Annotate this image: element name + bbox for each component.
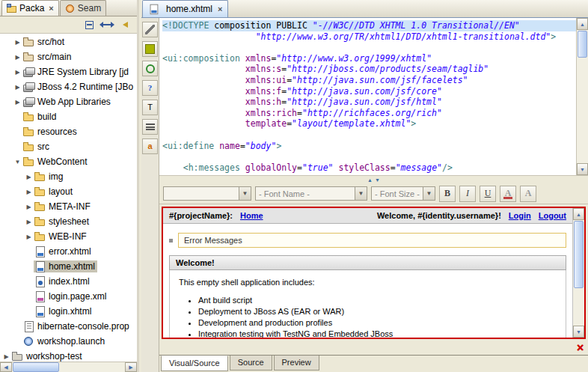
scroll-up-icon[interactable]: ▲ [577, 18, 588, 30]
tree-item-content[interactable]: META-INF [34, 201, 93, 213]
split-sash[interactable]: ▲ ▼ [159, 175, 588, 183]
expander-icon[interactable]: ▶ [24, 234, 34, 240]
scroll-down-icon[interactable]: ▼ [573, 326, 584, 338]
error-messages-box[interactable]: Error Messages [178, 233, 566, 248]
code-line[interactable]: template="layout/template.xhtml"> [162, 118, 576, 129]
code-line[interactable]: xmlns:s="http://jboss.com/products/seam/… [162, 64, 576, 75]
tree-item[interactable]: ▶src/hot [0, 34, 137, 49]
preferences-icon[interactable] [142, 22, 158, 37]
close-icon[interactable]: × [49, 4, 53, 13]
font-size-dropdown[interactable]: - Font Size - ▼ [371, 186, 435, 201]
code-line[interactable] [162, 151, 576, 162]
expander-icon[interactable]: ▶ [13, 54, 22, 61]
scroll-left-icon[interactable]: ◀ [0, 362, 12, 372]
font-name-dropdown[interactable]: - Font Name - ▼ [255, 186, 367, 201]
tree-item[interactable]: ▼WebContent [0, 154, 137, 169]
tree-item-content[interactable]: workshop-test [11, 350, 85, 362]
highlight-color-icon[interactable]: A [520, 186, 536, 202]
tree-item-content[interactable]: login.page.xml [34, 290, 108, 302]
scrollbar-thumb[interactable] [13, 362, 59, 372]
style-dropdown[interactable]: ▼ [163, 186, 251, 201]
code-line[interactable]: xmlns:ui="http://java.sun.com/jsf/facele… [162, 75, 576, 86]
expander-icon[interactable]: ▶ [13, 99, 22, 106]
view-tab-packa[interactable]: Packa× [1, 0, 59, 16]
tree-item-content[interactable]: build [22, 111, 58, 123]
tree-item[interactable]: ▶workshop-test [0, 349, 137, 362]
code-line[interactable]: <!DOCTYPE composition PUBLIC "-//W3C//DT… [162, 20, 576, 31]
tree-item[interactable]: hibernate-console.prop [0, 319, 137, 334]
tree-item[interactable]: index.html [0, 274, 137, 289]
page-tab-visual-source[interactable]: Visual/Source [161, 356, 228, 371]
bold-button[interactable]: B [439, 186, 456, 202]
minimize-view-icon[interactable] [117, 18, 132, 32]
tree-item-content[interactable]: src/hot [22, 36, 67, 48]
collapse-all-icon[interactable] [82, 18, 97, 32]
scroll-down-icon[interactable]: ▼ [577, 163, 588, 175]
tree-item[interactable]: error.xhtml [0, 244, 137, 259]
tree-item-content[interactable]: layout [34, 186, 75, 198]
chevron-down-icon[interactable]: ▼ [423, 187, 435, 200]
home-link[interactable]: Home [240, 211, 263, 220]
tree-item[interactable]: home.xhtml [0, 259, 137, 274]
expander-icon[interactable]: ▶ [13, 39, 22, 46]
tree-item-content[interactable]: src [22, 141, 52, 153]
tree-item[interactable]: src [0, 139, 137, 154]
expander-icon[interactable]: ▶ [1, 353, 11, 360]
chevron-down-icon[interactable]: ▼ [355, 187, 367, 200]
code-line[interactable]: "http://www.w3.org/TR/xhtml1/DTD/xhtml1-… [162, 31, 576, 43]
expander-icon[interactable]: ▶ [13, 84, 22, 91]
tree-item-content[interactable]: JRE System Library [jd [22, 66, 131, 78]
tree-item[interactable]: ▶JBoss 4.2 Runtime [JBo [0, 79, 137, 94]
tree-item[interactable]: ▶META-INF [0, 199, 137, 214]
expander-icon[interactable]: ▶ [24, 219, 34, 225]
code-line[interactable]: <h:messages globalOnly="true" styleClass… [162, 162, 576, 174]
tree-item-content[interactable]: WEB-INF [34, 231, 89, 243]
link-with-editor-icon[interactable] [99, 18, 114, 32]
editor-tab-home-xhtml[interactable]: home.xhtml × [142, 0, 228, 17]
tree-item[interactable]: ▶JRE System Library [jd [0, 64, 137, 79]
tree-item-content[interactable]: JBoss 4.2 Runtime [JBo [22, 81, 135, 93]
sash-up-icon[interactable]: ▲ [367, 177, 373, 183]
expander-icon[interactable]: ▼ [13, 159, 22, 165]
scrollbar-track[interactable] [573, 289, 584, 326]
code-area[interactable]: <!DOCTYPE composition PUBLIC "-//W3C//DT… [159, 18, 576, 175]
scrollbar-track[interactable] [60, 362, 125, 372]
tree-item-content[interactable]: hibernate-console.prop [22, 320, 132, 332]
tree-item-content[interactable]: stylesheet [34, 216, 91, 228]
tree-item-content[interactable]: login.xhtml [34, 305, 94, 317]
tree-item[interactable]: ▶WEB-INF [0, 229, 137, 244]
code-line[interactable] [162, 129, 576, 141]
anchor-icon[interactable]: a [142, 138, 158, 154]
code-line[interactable]: <ui:composition xmlns="http://www.w3.org… [162, 53, 576, 64]
code-line[interactable]: xmlns:f="http://java.sun.com/jsf/core" [162, 86, 576, 97]
login-link[interactable]: Login [509, 211, 531, 220]
tree-item[interactable]: login.xhtml [0, 304, 137, 319]
close-icon[interactable]: × [218, 4, 222, 13]
messages-element-row[interactable]: Error Messages [169, 233, 566, 248]
text-formatting-icon[interactable]: T [142, 100, 158, 115]
expander-icon[interactable]: ▶ [24, 204, 34, 210]
tree-item[interactable]: ▶stylesheet [0, 214, 137, 229]
help-icon[interactable]: ? [142, 80, 158, 96]
scroll-up-icon[interactable]: ▲ [573, 208, 584, 220]
scrollbar-thumb[interactable] [574, 221, 584, 288]
page-tab-source[interactable]: Source [230, 356, 272, 371]
tree-item[interactable]: ▶layout [0, 184, 137, 199]
tree-horizontal-scrollbar[interactable]: ◀ ▶ [0, 362, 137, 372]
text-color-icon[interactable]: A [500, 186, 516, 202]
tree-item[interactable]: ▶img [0, 169, 137, 184]
tree-item[interactable]: ▶Web App Libraries [0, 94, 137, 109]
chevron-down-icon[interactable]: ▼ [239, 187, 251, 200]
tree-item[interactable]: ▶src/main [0, 49, 137, 64]
palette-icon[interactable] [142, 41, 158, 57]
tree-item-content[interactable]: img [34, 171, 65, 183]
code-scrollbar[interactable]: ▲ ▼ [576, 18, 588, 175]
tree-item-content[interactable]: home.xhtml [34, 260, 97, 272]
italic-button[interactable]: I [459, 186, 476, 202]
tree-item[interactable]: workshop.launch [0, 334, 137, 349]
underline-button[interactable]: U [480, 186, 496, 202]
preview-scrollbar[interactable]: ▲ ▼ [572, 208, 584, 338]
code-line[interactable]: xmlns:h="http://java.sun.com/jsf/html" [162, 97, 576, 108]
refresh-icon[interactable] [142, 61, 158, 76]
tree-item-content[interactable]: WebContent [22, 156, 90, 168]
